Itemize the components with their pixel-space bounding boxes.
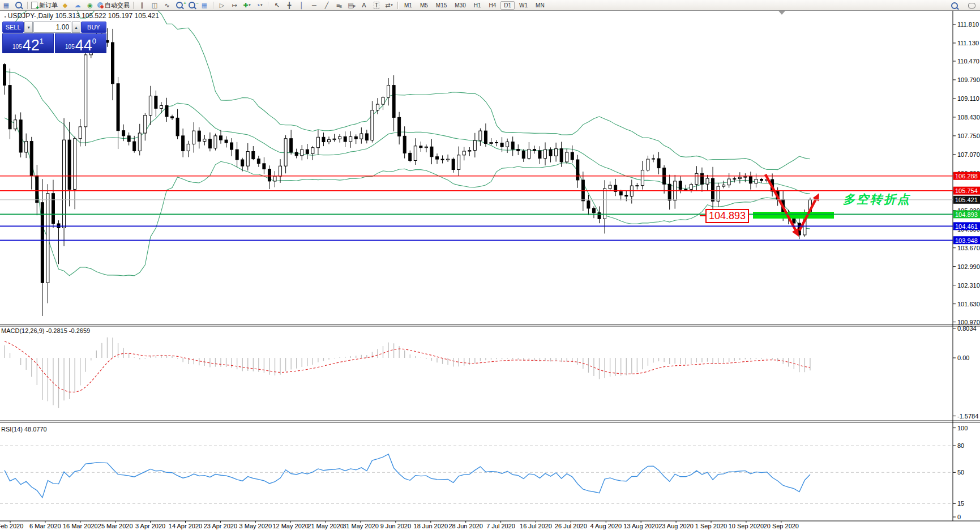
search-icon[interactable] xyxy=(948,1,961,10)
candle-body xyxy=(511,142,514,149)
candle-body xyxy=(84,55,87,127)
date-label: 12 May 2020 xyxy=(272,523,309,529)
buy-button[interactable]: BUY xyxy=(81,22,106,33)
axis-tick-label: 107.070 xyxy=(957,151,980,158)
sell-button[interactable]: SELL xyxy=(2,22,24,33)
volume-decrease-button[interactable]: ▼ xyxy=(24,22,33,33)
timeframe-m5-button[interactable]: M5 xyxy=(417,1,431,10)
candle-body xyxy=(214,136,217,148)
candle-body xyxy=(452,159,455,169)
candle-body xyxy=(755,179,758,183)
candle-body xyxy=(371,110,374,140)
candle-body xyxy=(749,177,752,183)
axis-tick-label: 80 xyxy=(957,442,964,449)
candle-body xyxy=(538,151,541,159)
timeframe-d1-button[interactable]: D1 xyxy=(500,1,515,10)
timeframe-w1-button[interactable]: W1 xyxy=(516,1,531,10)
candle-body xyxy=(738,177,741,178)
publish-chart-icon[interactable]: ☁ xyxy=(71,1,84,10)
candle-body xyxy=(236,149,238,160)
history-center-icon[interactable]: ◆ xyxy=(59,1,71,10)
axis-tick-label: 102.310 xyxy=(957,282,980,289)
pivot-price-label[interactable]: 104.893 xyxy=(705,209,749,223)
buy-price-big: 44 xyxy=(75,39,92,52)
date-label: 23 Apr 2020 xyxy=(204,523,237,529)
add-indicator-icon[interactable]: ✚▾ xyxy=(241,1,253,10)
macd-signal-line xyxy=(5,341,810,392)
axis-tick-label: 108.430 xyxy=(957,114,980,121)
autotrading-icon[interactable]: 自动交易 xyxy=(96,1,131,10)
auto-scroll-icon[interactable]: ▷ xyxy=(216,1,228,10)
timeframe-m30-button[interactable]: M30 xyxy=(451,1,469,10)
candle-body xyxy=(506,142,509,147)
axis-tick-label: 109.110 xyxy=(957,95,979,102)
volume-increase-button[interactable]: ▲ xyxy=(72,22,80,33)
chart-shift-icon[interactable]: ↦ xyxy=(228,1,241,10)
date-label: 18 Jun 2020 xyxy=(414,523,448,529)
toolbar-separator xyxy=(27,2,28,9)
pivot-annotation-text[interactable]: 多空转折点 xyxy=(843,191,911,207)
candle-body xyxy=(122,131,125,136)
candle-body xyxy=(25,142,28,152)
signals-icon[interactable]: ◉ xyxy=(84,1,96,10)
candle-body xyxy=(230,143,233,149)
candle-body xyxy=(30,142,33,176)
buy-price-box[interactable]: 105440 xyxy=(55,33,106,53)
timeframe-m1-button[interactable]: M1 xyxy=(401,1,416,10)
candle-body xyxy=(225,140,228,143)
toolbar-separator xyxy=(397,2,398,9)
candle-body xyxy=(636,186,639,186)
candlestick-chart-icon[interactable]: ◫ xyxy=(148,1,161,10)
toolbar: ▦新订单◆☁◉自动交易∥◫∿+−▦▷↦✚▾◔▾↖╋│─╱≡E▤FAT⇄▾M1M5… xyxy=(0,0,980,11)
candle-body xyxy=(430,147,433,156)
grid-icon[interactable]: ▤F xyxy=(345,1,358,10)
period-icon[interactable]: ◔▾ xyxy=(253,1,266,10)
text-icon[interactable]: A xyxy=(358,1,370,10)
rsi-label: RSI(14) 48.0770 xyxy=(1,426,47,433)
candle-body xyxy=(717,186,720,201)
main-panel xyxy=(3,0,812,316)
candle-body xyxy=(306,149,309,153)
arrows-icon[interactable]: ⇄▾ xyxy=(383,1,395,10)
text-label-icon[interactable]: T xyxy=(370,1,383,10)
timeframe-h4-button[interactable]: H4 xyxy=(486,1,500,10)
navigator-search-icon[interactable] xyxy=(12,1,25,10)
chart-shift-marker[interactable] xyxy=(778,11,785,15)
candle-body xyxy=(8,86,11,129)
trendline-icon[interactable]: ╱ xyxy=(320,1,333,10)
tile-windows-icon[interactable]: ▦ xyxy=(198,1,211,10)
sell-price-box[interactable]: 105421 xyxy=(2,33,54,53)
candle-body xyxy=(246,152,249,166)
candle-body xyxy=(198,131,200,141)
zoom-in-icon[interactable]: + xyxy=(173,1,186,10)
horizontal-line-icon[interactable]: ─ xyxy=(308,1,320,10)
candle-body xyxy=(187,144,190,151)
toolbar-right xyxy=(948,1,978,10)
crosshair-icon[interactable]: ╋ xyxy=(283,1,296,10)
arrow-down-stroke[interactable] xyxy=(765,174,795,230)
axis-tick-label: 102.990 xyxy=(957,263,980,270)
fibonacci-icon[interactable]: ≡E xyxy=(333,1,345,10)
macd-label: MACD(12,26,9) -0.2815 -0.2659 xyxy=(1,327,90,334)
bar-chart-icon[interactable]: ∥ xyxy=(136,1,148,10)
charts-grid-icon[interactable]: ▦ xyxy=(0,1,12,10)
date-label: 1 Sep 2020 xyxy=(695,523,727,529)
candle-body xyxy=(609,185,611,189)
candle-body xyxy=(376,104,379,110)
new-order-icon[interactable]: 新订单 xyxy=(30,1,59,10)
bollinger-lower xyxy=(5,118,810,276)
timeframe-h1-button[interactable]: H1 xyxy=(470,1,485,10)
candle-body xyxy=(339,136,341,139)
candle-body xyxy=(425,147,427,147)
chart-canvas[interactable]: 111.810111.130110.470109.790109.110108.4… xyxy=(0,0,980,530)
timeframe-mn-button[interactable]: MN xyxy=(532,1,548,10)
candle-body xyxy=(360,134,363,139)
volume-input[interactable] xyxy=(33,22,71,33)
line-chart-icon[interactable]: ∿ xyxy=(161,1,173,10)
timeframe-m15-button[interactable]: M15 xyxy=(433,1,450,10)
zoom-out-icon[interactable]: − xyxy=(186,1,198,10)
cursor-icon[interactable]: ↖ xyxy=(271,1,283,10)
vertical-line-icon[interactable]: │ xyxy=(296,1,308,10)
chat-icon[interactable] xyxy=(965,1,978,10)
pivot-zone[interactable] xyxy=(753,212,834,219)
